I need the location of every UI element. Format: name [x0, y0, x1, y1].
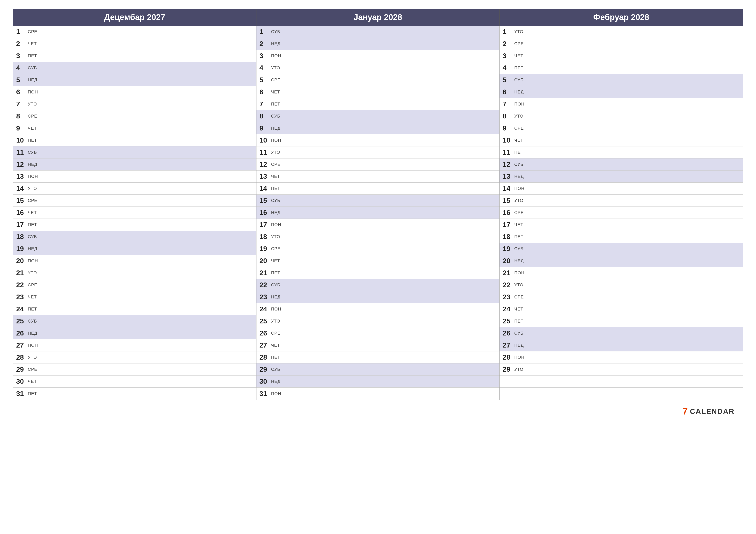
day-number: 13	[259, 172, 271, 180]
day-name: ЧЕТ	[28, 294, 37, 299]
day-name: УТО	[28, 270, 37, 275]
day-number: 29	[259, 366, 271, 373]
day-number: 30	[16, 377, 28, 385]
month-column-2: 1УТО2СРЕ3ЧЕТ4ПЕТ5СУБ6НЕД7ПОН8УТО9СРЕ10ЧЕ…	[500, 26, 743, 400]
day-row: 24ЧЕТ	[500, 303, 743, 315]
day-row: 12СУБ	[500, 159, 743, 170]
day-number: 24	[259, 305, 271, 313]
day-name: СРЕ	[271, 162, 281, 167]
day-row: 1СУБ	[256, 26, 500, 38]
day-number: 27	[259, 341, 271, 349]
day-row: 1СРЕ	[13, 26, 256, 38]
day-row: 11УТО	[256, 146, 500, 159]
day-name: ПОН	[28, 343, 38, 348]
day-number: 14	[502, 185, 514, 192]
day-row: 3ЧЕТ	[500, 50, 743, 62]
day-name: ЧЕТ	[28, 210, 37, 215]
day-number: 11	[16, 148, 28, 156]
day-number: 27	[502, 341, 514, 349]
day-name: СУБ	[514, 78, 524, 83]
footer: 7 CALENDAR	[13, 402, 743, 419]
day-row: 1УТО	[500, 26, 743, 38]
day-row: 26НЕД	[13, 327, 256, 339]
day-name: СУБ	[514, 246, 524, 251]
day-row: 11ПЕТ	[500, 146, 743, 159]
day-row: 28ПЕТ	[256, 351, 500, 364]
month-header-2: Фебруар 2028	[500, 9, 743, 26]
day-row: 2НЕД	[256, 38, 500, 50]
day-name: ЧЕТ	[28, 379, 37, 384]
day-row: 16ЧЕТ	[13, 207, 256, 219]
day-row: 30НЕД	[256, 375, 500, 388]
day-row: 28УТО	[13, 351, 256, 364]
day-row: 15УТО	[500, 195, 743, 207]
day-name: ПЕТ	[271, 102, 281, 107]
day-number: 8	[16, 112, 28, 120]
day-number: 16	[16, 209, 28, 216]
day-name: НЕД	[28, 246, 37, 251]
day-row: 11СУБ	[13, 146, 256, 159]
day-number: 21	[16, 269, 28, 277]
day-number: 25	[259, 317, 271, 325]
day-name: СУБ	[514, 331, 524, 336]
day-name: ПЕТ	[271, 270, 281, 275]
day-number: 9	[502, 124, 514, 132]
day-name: НЕД	[28, 331, 37, 336]
day-row: 30ЧЕТ	[13, 375, 256, 388]
day-row: 22СРЕ	[13, 279, 256, 291]
day-row: 16СРЕ	[500, 207, 743, 219]
day-row: 25СУБ	[13, 315, 256, 327]
day-number: 2	[502, 40, 514, 48]
day-name: СРЕ	[28, 198, 37, 203]
day-number: 28	[502, 353, 514, 361]
day-row: 29УТО	[500, 364, 743, 375]
day-row: 15СРЕ	[13, 195, 256, 207]
day-row: 18СУБ	[13, 231, 256, 243]
day-name: НЕД	[271, 41, 281, 46]
day-number: 29	[502, 366, 514, 373]
day-number: 13	[502, 172, 514, 180]
day-name: УТО	[28, 186, 37, 191]
day-name: СУБ	[514, 162, 524, 167]
day-number: 8	[259, 112, 271, 120]
day-number: 22	[502, 281, 514, 289]
day-row: 10ПОН	[256, 134, 500, 146]
calendar-body: 1СРЕ2ЧЕТ3ПЕТ4СУБ5НЕД6ПОН7УТО8СРЕ9ЧЕТ10ПЕ…	[13, 26, 743, 400]
day-row: 27НЕД	[500, 339, 743, 351]
day-name: СРЕ	[28, 114, 37, 119]
day-number: 3	[16, 52, 28, 60]
day-name: ЧЕТ	[271, 89, 280, 94]
day-row: 4ПЕТ	[500, 62, 743, 74]
day-number: 12	[502, 161, 514, 168]
day-name: ПОН	[271, 53, 281, 58]
day-row: 23ЧЕТ	[13, 291, 256, 303]
day-row: 19НЕД	[13, 243, 256, 255]
day-number: 4	[16, 64, 28, 72]
day-number: 24	[16, 305, 28, 313]
day-row: 10ПЕТ	[13, 134, 256, 146]
day-name: СУБ	[271, 29, 281, 34]
brand-icon: 7	[683, 406, 688, 417]
day-number: 6	[259, 88, 271, 96]
day-number: 17	[259, 221, 271, 229]
day-number: 26	[502, 329, 514, 337]
day-name: УТО	[28, 355, 37, 360]
day-row: 24ПЕТ	[13, 303, 256, 315]
day-name: ПЕТ	[28, 138, 37, 143]
day-number: 12	[16, 161, 28, 168]
day-row: 9СРЕ	[500, 122, 743, 134]
day-row: 14ПОН	[500, 183, 743, 195]
day-row: 8СРЕ	[13, 110, 256, 122]
day-number: 17	[16, 221, 28, 229]
day-row: 26СУБ	[500, 327, 743, 339]
day-number: 25	[16, 317, 28, 325]
day-number: 23	[502, 293, 514, 301]
day-number: 7	[16, 100, 28, 108]
day-name: СРЕ	[514, 41, 524, 46]
day-name: ПОН	[28, 89, 38, 94]
calendar-header: Децембар 2027Јануар 2028Фебруар 2028	[13, 9, 743, 26]
day-number: 12	[259, 161, 271, 168]
day-row: 3ПЕТ	[13, 50, 256, 62]
day-number: 17	[502, 221, 514, 229]
month-header-0: Децембар 2027	[13, 9, 256, 26]
